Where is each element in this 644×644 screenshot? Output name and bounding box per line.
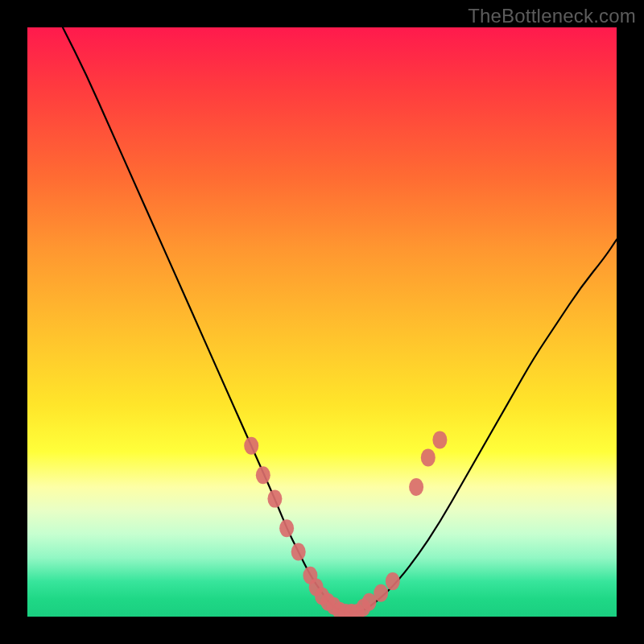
watermark-text: TheBottleneck.com [468, 5, 636, 27]
marker-dot [267, 490, 282, 508]
marker-dot [374, 584, 388, 602]
highlighted-range-markers [244, 431, 447, 617]
marker-dot [421, 448, 436, 466]
marker-dot [386, 572, 400, 590]
marker-dot [291, 543, 306, 561]
marker-dot [432, 431, 447, 448]
bottleneck-curve [63, 27, 617, 613]
marker-dot [409, 478, 423, 496]
marker-dot [256, 466, 270, 484]
curve-svg [27, 27, 617, 617]
plot-area [27, 27, 617, 617]
chart-frame: TheBottleneck.com [0, 0, 644, 644]
marker-dot [279, 519, 294, 537]
marker-dot [244, 437, 258, 455]
